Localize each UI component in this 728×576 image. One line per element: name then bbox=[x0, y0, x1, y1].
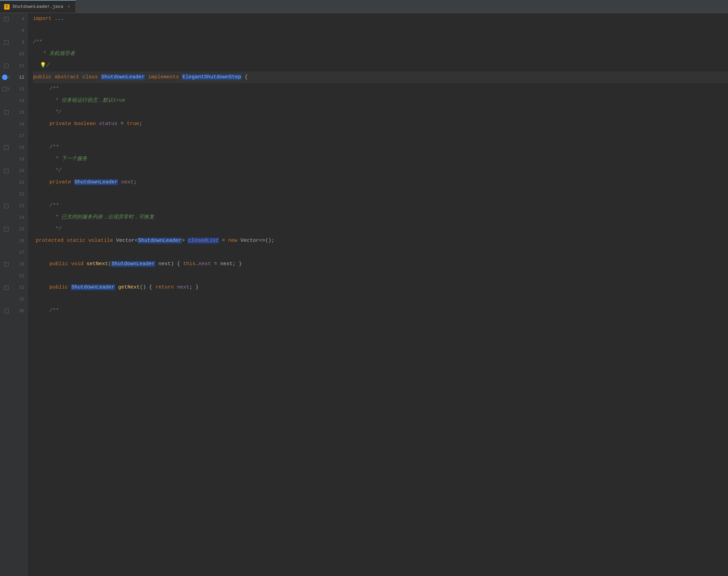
fold-icon[interactable]: - bbox=[4, 145, 9, 150]
gutter-row: - bbox=[4, 165, 9, 177]
line-num-4: 4 bbox=[22, 13, 24, 25]
line-num-10: 10 bbox=[19, 48, 24, 60]
code-text: 💡/ bbox=[33, 60, 49, 71]
code-line-14: * 任务链运行状态，默认true bbox=[33, 95, 728, 106]
code-text: /** bbox=[33, 36, 42, 48]
fold-icon[interactable]: - bbox=[4, 169, 9, 173]
line-num-22: 22 bbox=[19, 188, 24, 200]
code-text: /** bbox=[33, 200, 59, 212]
fold-icon[interactable]: + bbox=[4, 17, 9, 21]
gutter-row: + bbox=[4, 258, 9, 270]
code-line-17 bbox=[33, 130, 728, 142]
code-text: protected static volatile Vector<Shutdow… bbox=[33, 235, 274, 247]
editor-container: C ShutdownLeader.java × + - bbox=[0, 0, 728, 576]
code-line-11: 💡/ bbox=[33, 60, 728, 71]
code-text: import ... bbox=[33, 13, 64, 25]
code-line-24: * 已关闭的服务列表，出现异常时，可恢复 bbox=[33, 212, 728, 223]
code-line-13: /** bbox=[33, 83, 728, 95]
gutter-row: + bbox=[4, 282, 9, 293]
fold-icon[interactable]: + bbox=[4, 285, 9, 290]
code-line-4: import ... bbox=[33, 13, 728, 25]
fold-icon[interactable]: + bbox=[4, 262, 9, 267]
gutter-row: - bbox=[4, 106, 9, 118]
code-text: * 已关闭的服务列表，出现异常时，可恢复 bbox=[33, 212, 154, 223]
code-text: * 任务链运行状态，默认true bbox=[33, 95, 125, 106]
line-num-16: 16 bbox=[19, 118, 24, 130]
code-line-9: /** bbox=[33, 36, 728, 48]
fold-icon[interactable]: - bbox=[2, 87, 7, 91]
java-file-icon: C bbox=[4, 4, 10, 10]
code-text: private boolean status = true; bbox=[33, 118, 142, 130]
gutter-row-current: ≡ bbox=[2, 71, 11, 83]
gutter-row: - bbox=[4, 305, 9, 317]
code-line-15: */ bbox=[33, 106, 728, 118]
gutter-row: - bbox=[4, 142, 9, 153]
line-num-8: 8 bbox=[22, 25, 24, 36]
line-num-21: 21 bbox=[19, 177, 24, 188]
gutter-icon-column: + - - ≡ bbox=[0, 13, 12, 576]
line-num-25: 25 bbox=[19, 223, 24, 235]
code-line-27 bbox=[33, 247, 728, 258]
line-num-35: 35 bbox=[19, 293, 24, 305]
fold-icon[interactable]: - bbox=[4, 204, 9, 208]
gutter-row: - bbox=[4, 200, 9, 212]
line-num-27: 27 bbox=[19, 247, 24, 258]
code-line-25: */ bbox=[33, 223, 728, 235]
code-line-22 bbox=[33, 188, 728, 200]
code-text: /** bbox=[33, 305, 59, 317]
code-content[interactable]: import ... /** * 关机领导者 💡/ public abstrac… bbox=[27, 13, 728, 576]
line-num-31: 31 bbox=[19, 270, 24, 282]
line-num-12: 12 bbox=[19, 71, 24, 83]
tab-title: ShutdownLeader.java bbox=[12, 4, 63, 9]
code-text: private ShutdownLeader next; bbox=[33, 177, 137, 188]
code-line-23: /** bbox=[33, 200, 728, 212]
gutter-row: - bbox=[4, 60, 9, 71]
line-num-14: 14 bbox=[19, 95, 24, 106]
line-num-23: 23 bbox=[19, 200, 24, 212]
code-line-28: public void setNext(ShutdownLeader next)… bbox=[33, 258, 728, 270]
line-num-32: 32 bbox=[19, 282, 24, 293]
gutter-row: - bbox=[4, 36, 9, 48]
line-num-28: 28 bbox=[19, 258, 24, 270]
code-text: /** bbox=[33, 83, 59, 95]
code-line-36: /** bbox=[33, 305, 728, 317]
line-num-9: 9 bbox=[22, 36, 24, 48]
code-line-16: private boolean status = true; bbox=[33, 118, 728, 130]
code-text: * 下一个服务 bbox=[33, 153, 87, 165]
line-number-column: 4 8 9 10 11 12 13 14 15 16 17 18 19 20 2… bbox=[12, 13, 27, 576]
code-line-10: * 关机领导者 bbox=[33, 48, 728, 60]
code-line-8 bbox=[33, 25, 728, 36]
line-num-24: 24 bbox=[19, 212, 24, 223]
code-text: * 关机领导者 bbox=[33, 48, 75, 60]
line-num-36: 36 bbox=[19, 305, 24, 317]
code-area: + - - ≡ bbox=[0, 13, 728, 576]
active-tab[interactable]: C ShutdownLeader.java × bbox=[0, 0, 76, 13]
search-icon: ≡ bbox=[8, 75, 11, 79]
fold-icon[interactable]: - bbox=[4, 309, 9, 313]
line-num-11: 11 bbox=[19, 60, 24, 71]
line-num-20: 20 bbox=[19, 165, 24, 177]
code-line-19: * 下一个服务 bbox=[33, 153, 728, 165]
current-line-indicator bbox=[2, 75, 8, 80]
code-line-21: private ShutdownLeader next; bbox=[33, 177, 728, 188]
gutter-row: - bbox=[4, 223, 9, 235]
code-line-20: */ bbox=[33, 165, 728, 177]
fold-icon[interactable]: - bbox=[4, 40, 9, 45]
tab-close-button[interactable]: × bbox=[66, 4, 71, 10]
code-text: public ShutdownLeader getNext() { return… bbox=[33, 282, 198, 293]
fold-icon[interactable]: - bbox=[4, 227, 9, 231]
code-line-35 bbox=[33, 293, 728, 305]
code-line-32: public ShutdownLeader getNext() { return… bbox=[33, 282, 728, 293]
code-text: */ bbox=[33, 165, 61, 177]
code-line-26: protected static volatile Vector<Shutdow… bbox=[33, 235, 728, 247]
code-text: /** bbox=[33, 142, 59, 153]
gutter-row: + bbox=[4, 13, 9, 25]
code-line-12[interactable]: public abstract class ShutdownLeader imp… bbox=[33, 71, 728, 83]
fold-icon[interactable]: - bbox=[4, 110, 9, 115]
line-gutter: + - - ≡ bbox=[0, 13, 27, 576]
line-num-13: 13 bbox=[19, 83, 24, 95]
code-text: public abstract class ShutdownLeader imp… bbox=[33, 71, 248, 83]
code-text: public void setNext(ShutdownLeader next)… bbox=[33, 258, 242, 270]
line-num-15: 15 bbox=[19, 106, 24, 118]
fold-icon[interactable]: - bbox=[4, 64, 9, 68]
